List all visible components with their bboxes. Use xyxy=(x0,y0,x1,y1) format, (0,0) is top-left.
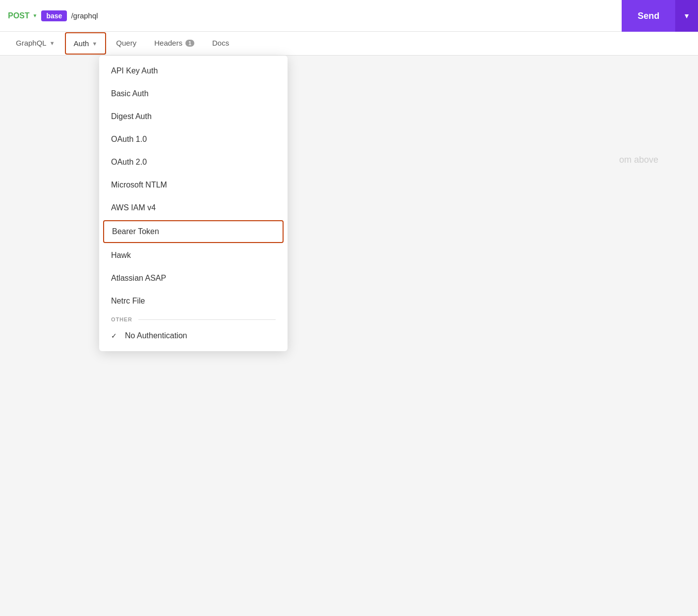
dropdown-item-microsoft-ntlm[interactable]: Microsoft NTLM xyxy=(99,174,288,196)
dropdown-item-aws-iam-label: AWS IAM v4 xyxy=(111,203,156,212)
method-label: POST xyxy=(8,11,30,20)
other-section-label: OTHER xyxy=(99,312,288,324)
dropdown-item-hawk[interactable]: Hawk xyxy=(99,244,288,267)
url-bar: POST ▼ base /graphql Send ▼ xyxy=(0,0,698,32)
method-chevron-icon: ▼ xyxy=(33,13,38,18)
no-auth-checkmark-icon: ✓ xyxy=(111,332,119,340)
dropdown-item-basic-auth[interactable]: Basic Auth xyxy=(99,82,288,105)
dropdown-item-aws-iam[interactable]: AWS IAM v4 xyxy=(99,196,288,219)
dropdown-item-no-auth-label: No Authentication xyxy=(125,331,187,340)
tab-graphql-label: GraphQL xyxy=(16,39,47,47)
dropdown-item-atlassian-asap-label: Atlassian ASAP xyxy=(111,274,166,283)
tab-auth-chevron-icon: ▼ xyxy=(92,41,97,47)
dropdown-item-oauth1-label: OAuth 1.0 xyxy=(111,135,147,144)
dropdown-item-api-key-auth[interactable]: API Key Auth xyxy=(99,60,288,82)
tab-headers-label: Headers xyxy=(154,39,182,47)
tab-headers-badge: 1 xyxy=(185,40,194,47)
tab-auth[interactable]: Auth ▼ xyxy=(65,32,107,55)
dropdown-item-netrc-file[interactable]: Netrc File xyxy=(99,290,288,312)
tab-graphql[interactable]: GraphQL ▼ xyxy=(8,33,63,54)
dropdown-item-oauth2[interactable]: OAuth 2.0 xyxy=(99,151,288,174)
dropdown-item-digest-auth[interactable]: Digest Auth xyxy=(99,105,288,128)
method-button[interactable]: POST ▼ xyxy=(8,11,37,20)
main-content: om above API Key Auth Basic Auth Digest … xyxy=(0,56,698,616)
tab-query[interactable]: Query xyxy=(108,33,144,54)
dropdown-item-microsoft-ntlm-label: Microsoft NTLM xyxy=(111,181,167,189)
dropdown-item-digest-auth-label: Digest Auth xyxy=(111,112,152,121)
dropdown-item-hawk-label: Hawk xyxy=(111,251,131,260)
url-path[interactable]: /graphql xyxy=(71,11,690,20)
dropdown-item-oauth1[interactable]: OAuth 1.0 xyxy=(99,128,288,151)
dropdown-item-api-key-auth-label: API Key Auth xyxy=(111,66,158,75)
dropdown-item-netrc-file-label: Netrc File xyxy=(111,297,145,306)
send-button-group: Send ▼ xyxy=(622,0,698,32)
send-dropdown-button[interactable]: ▼ xyxy=(675,0,698,32)
dropdown-item-no-auth[interactable]: ✓ No Authentication xyxy=(99,324,288,347)
tab-docs-label: Docs xyxy=(212,39,229,47)
dropdown-item-oauth2-label: OAuth 2.0 xyxy=(111,158,147,167)
dropdown-item-atlassian-asap[interactable]: Atlassian ASAP xyxy=(99,267,288,290)
tab-graphql-chevron-icon: ▼ xyxy=(50,40,55,46)
dropdown-item-bearer-token-label: Bearer Token xyxy=(112,227,159,236)
dropdown-item-basic-auth-label: Basic Auth xyxy=(111,89,149,98)
tab-query-label: Query xyxy=(116,39,136,47)
tab-docs[interactable]: Docs xyxy=(204,33,237,54)
tab-headers[interactable]: Headers 1 xyxy=(146,33,202,54)
auth-dropdown-menu: API Key Auth Basic Auth Digest Auth OAut… xyxy=(99,56,288,351)
send-button[interactable]: Send xyxy=(622,0,675,32)
base-badge[interactable]: base xyxy=(41,10,67,21)
tab-bar: GraphQL ▼ Auth ▼ Query Headers 1 Docs xyxy=(0,32,698,56)
background-text: om above xyxy=(619,155,658,165)
dropdown-item-bearer-token[interactable]: Bearer Token xyxy=(103,220,284,243)
tab-auth-label: Auth xyxy=(74,39,89,48)
